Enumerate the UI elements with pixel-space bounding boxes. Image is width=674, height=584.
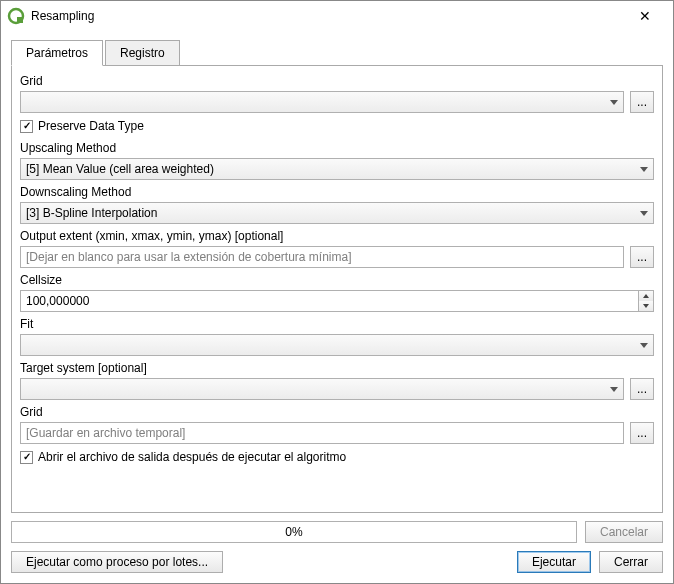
tab-registro[interactable]: Registro (105, 40, 180, 66)
cancel-button[interactable]: Cancelar (585, 521, 663, 543)
chevron-down-icon (640, 343, 648, 348)
close-icon[interactable]: ✕ (625, 2, 665, 30)
cellsize-spinbox[interactable] (20, 290, 654, 312)
tab-bar: Parámetros Registro (11, 40, 663, 66)
label-target: Target system [optional] (20, 361, 654, 375)
open-output-checkbox[interactable]: Abrir el archivo de salida después de ej… (20, 450, 654, 464)
checkbox-icon (20, 451, 33, 464)
content-area: Parámetros Registro Grid ... Preserve Da… (1, 31, 673, 521)
label-downscaling: Downscaling Method (20, 185, 654, 199)
window-title: Resampling (31, 9, 625, 23)
cellsize-increment[interactable] (639, 291, 653, 301)
extent-input[interactable] (20, 246, 624, 268)
extent-browse-button[interactable]: ... (630, 246, 654, 268)
label-upscaling: Upscaling Method (20, 141, 654, 155)
preserve-data-type-checkbox[interactable]: Preserve Data Type (20, 119, 654, 133)
chevron-down-icon (610, 100, 618, 105)
cellsize-spinner (638, 290, 654, 312)
chevron-down-icon (640, 167, 648, 172)
upscaling-value: [5] Mean Value (cell area weighted) (26, 162, 636, 176)
target-select[interactable] (20, 378, 624, 400)
progress-text: 0% (285, 525, 302, 539)
fit-select[interactable] (20, 334, 654, 356)
qgis-icon (7, 7, 25, 25)
extent-field[interactable] (26, 250, 618, 264)
progress-bar: 0% (11, 521, 577, 543)
grid-output-field[interactable] (26, 426, 618, 440)
label-fit: Fit (20, 317, 654, 331)
downscaling-select[interactable]: [3] B-Spline Interpolation (20, 202, 654, 224)
titlebar: Resampling ✕ (1, 1, 673, 31)
resampling-dialog: Resampling ✕ Parámetros Registro Grid ..… (0, 0, 674, 584)
downscaling-value: [3] B-Spline Interpolation (26, 206, 636, 220)
label-cellsize: Cellsize (20, 273, 654, 287)
tab-parametros[interactable]: Parámetros (11, 40, 103, 66)
cellsize-decrement[interactable] (639, 301, 653, 311)
upscaling-select[interactable]: [5] Mean Value (cell area weighted) (20, 158, 654, 180)
label-grid-input: Grid (20, 74, 654, 88)
chevron-down-icon (610, 387, 618, 392)
grid-output-browse-button[interactable]: ... (630, 422, 654, 444)
label-extent: Output extent (xmin, xmax, ymin, ymax) [… (20, 229, 654, 243)
cellsize-field[interactable] (26, 294, 633, 308)
footer: 0% Cancelar Ejecutar como proceso por lo… (1, 521, 673, 583)
batch-process-button[interactable]: Ejecutar como proceso por lotes... (11, 551, 223, 573)
label-grid-output: Grid (20, 405, 654, 419)
parameters-panel: Grid ... Preserve Data Type Upscaling Me… (11, 65, 663, 513)
grid-input-select[interactable] (20, 91, 624, 113)
run-button[interactable]: Ejecutar (517, 551, 591, 573)
grid-input-browse-button[interactable]: ... (630, 91, 654, 113)
target-browse-button[interactable]: ... (630, 378, 654, 400)
svg-rect-1 (17, 17, 23, 23)
grid-output-input[interactable] (20, 422, 624, 444)
chevron-down-icon (640, 211, 648, 216)
checkbox-icon (20, 120, 33, 133)
close-button[interactable]: Cerrar (599, 551, 663, 573)
open-output-label: Abrir el archivo de salida después de ej… (38, 450, 346, 464)
preserve-label: Preserve Data Type (38, 119, 144, 133)
